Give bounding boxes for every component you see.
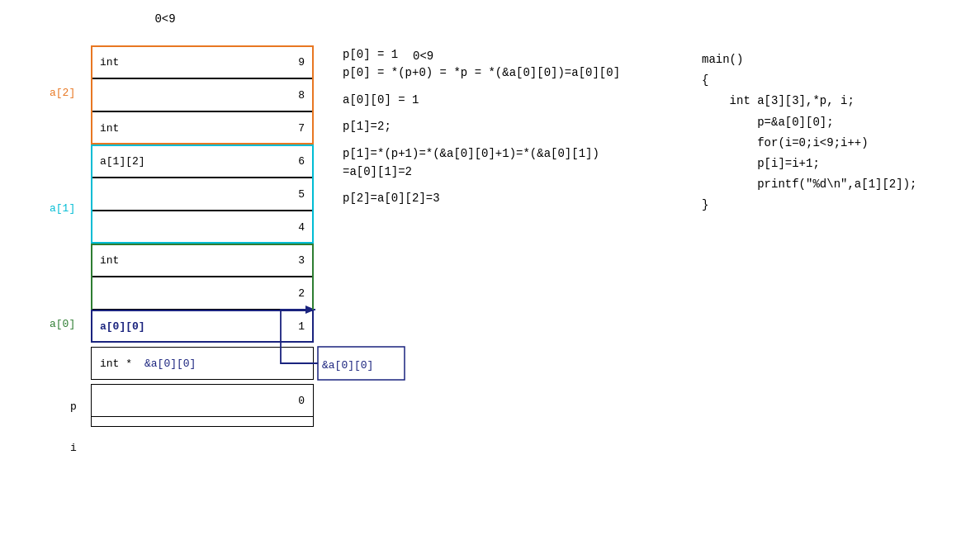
cell-3: int 3 (91, 244, 314, 277)
code-line-4: p[1]=2; (343, 117, 620, 135)
label-a2: a[2] (50, 87, 75, 99)
cell-i: 0 (91, 384, 314, 417)
label-a0: a[0] (50, 318, 75, 330)
cell-1-index: 1 (298, 320, 305, 333)
cell-7-label: int (100, 122, 119, 135)
condition-label: 0<9 (154, 12, 175, 26)
right-line-8: } (702, 195, 916, 216)
label-i: i (70, 442, 77, 454)
right-line-1: main() (702, 50, 916, 70)
cell-8-index: 8 (298, 89, 305, 102)
cell-6-index: 6 (298, 155, 305, 168)
cell-5-index: 5 (298, 188, 305, 201)
code-line-6: =a[0][1]=2 (343, 163, 620, 181)
cell-9: int 9 (91, 45, 314, 78)
label-a1: a[1] (50, 202, 75, 215)
cell-4: 4 (91, 211, 314, 244)
right-line-4: p=&a[0][0]; (702, 112, 916, 133)
cell-9-label: int (100, 56, 119, 69)
svg-text:&a[0][0]: &a[0][0] (322, 359, 373, 372)
cell-6-label: a[1][2] (100, 155, 145, 168)
cell-i-index: 0 (298, 395, 305, 407)
svg-rect-0 (318, 347, 405, 380)
cell-2: 2 (91, 277, 314, 310)
cell-p-value: &a[0][0] (144, 358, 196, 370)
right-line-5: for(i=0;i<9;i++) (702, 133, 916, 154)
cell-4-index: 4 (298, 221, 305, 234)
code-line-1: p[0] = 1 (343, 45, 620, 64)
right-line-3: int a[3][3],*p, i; (702, 91, 916, 111)
code-line-3: a[0][0] = 1 (343, 91, 620, 109)
cell-1-label: a[0][0] (100, 320, 145, 333)
cell-3-index: 3 (298, 254, 305, 267)
cell-9-index: 9 (298, 56, 305, 69)
code-line-5: p[1]=*(p+1)=*(&a[0][0]+1)=*(&a[0][1]) (343, 144, 620, 163)
memory-diagram: 0<9 a[2] a[1] a[0] p i int 9 8 (91, 45, 314, 427)
right-line-6: p[i]=i+1; (702, 154, 916, 174)
cell-2-index: 2 (298, 287, 305, 300)
cell-p-type: int * (100, 358, 132, 370)
center-code: p[0] = 1 p[0] = *(p+0) = *p = *(&a[0][0]… (343, 45, 620, 208)
cell-1: a[0][0] 1 (91, 310, 314, 343)
right-code: main() { int a[3][3],*p, i; p=&a[0][0]; … (702, 50, 916, 216)
code-line-7: p[2]=a[0][2]=3 (343, 189, 620, 207)
cell-5: 5 (91, 178, 314, 211)
cell-p: int * &a[0][0] (91, 347, 314, 380)
cell-7-index: 7 (298, 122, 305, 135)
right-line-7: printf("%d\n",a[1][2]); (702, 174, 916, 195)
cell-3-label: int (100, 254, 119, 267)
right-line-2: { (702, 70, 916, 91)
code-line-2: p[0] = *(p+0) = *p = *(&a[0][0])=a[0][0] (343, 64, 620, 82)
cell-8: 8 (91, 78, 314, 111)
label-p: p (70, 400, 77, 413)
cell-7: int 7 (91, 111, 314, 144)
cell-6: a[1][2] 6 (91, 144, 314, 178)
